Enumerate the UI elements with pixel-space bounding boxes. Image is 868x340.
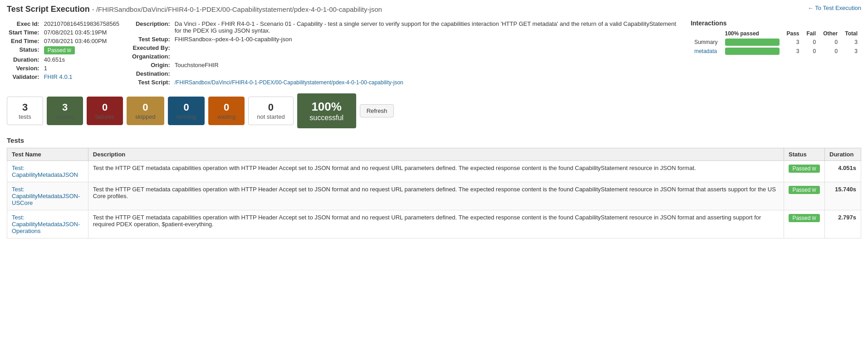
table-row: Test: CapabilityMetadataJSON-OperationsT… [7,210,861,238]
destination-row: Destination: [130,69,682,78]
failures-label: failures [95,113,114,120]
running-box: 0 running [168,97,205,125]
passes-label: passes [55,113,74,120]
test-status-badge: Passed [789,214,819,222]
top-section: Exec Id: 20210708164519836758565 Start T… [7,19,861,87]
tests-count-box: 3 tests [7,97,43,125]
interactions-col-pass: Pass [783,29,803,38]
interactions-row: metadata3003 [691,47,861,56]
test-status-cell: Passed [784,182,825,210]
end-time-row: End Time: 07/08/2021 03:46:00PM [7,37,121,45]
test-name-link[interactable]: Test: CapabilityMetadataJSON [12,165,83,178]
interactions-fail: 0 [803,38,820,47]
status-badge: Passed [44,46,75,54]
interactions-title: Interactions [691,19,861,27]
waiting-box: 0 waiting [208,97,245,125]
interactions-pass: 3 [783,47,803,56]
executed-by-row: Executed By: [130,44,682,52]
interactions-row-name: Summary [691,38,721,47]
test-description-cell: Test the HTTP GET metadata capabilities … [88,210,784,238]
passes-count: 3 [55,102,74,113]
interactions-fail: 0 [803,47,820,56]
interactions-total: 3 [841,38,861,47]
running-count: 0 [177,102,196,113]
interactions-panel: Interactions 100% passed Pass Fail Other… [691,19,861,87]
test-script-row: Test Script: /FHIRSandbox/DaVinci/FHIR4-… [130,78,682,87]
interactions-row: Summary3003 [691,38,861,47]
test-setup-row: Test Setup: FHIRSandbox--pdex-4-0-1-00-c… [130,35,682,44]
tests-section-title: Tests [7,136,861,144]
start-time-row: Start Time: 07/08/2021 03:45:19PM [7,28,121,37]
col-description: Description [88,148,784,161]
table-row: Test: CapabilityMetadataJSON-USCoreTest … [7,182,861,210]
organization-row: Organization: [130,52,682,61]
test-duration-cell: 4.051s [825,161,861,182]
interactions-total: 3 [841,47,861,56]
interactions-pass: 3 [783,38,803,47]
tests-header-row: Test Name Description Status Duration [7,148,861,161]
title-main: Test Script Execution [7,5,90,14]
col-duration: Duration [825,148,861,161]
not-started-count: 0 [257,102,284,113]
not-started-box: 0 not started [248,97,293,125]
page-header: Test Script Execution - /FHIRSandbox/DaV… [7,5,861,14]
refresh-button[interactable]: Refresh [360,104,394,117]
origin-row: Origin: TouchstoneFHIR [130,61,682,69]
interactions-col-other: Other [819,29,841,38]
interactions-col-pct: 100% passed [721,29,783,38]
success-box: 100% successful [297,93,356,128]
meta-center: Description: Da Vinci - PDex - FHIR R4-0… [130,19,682,87]
test-name-cell: Test: CapabilityMetadataJSON [7,161,88,182]
test-duration-cell: 2.797s [825,210,861,238]
test-status-badge: Passed [789,165,819,173]
skipped-box: 0 skipped [127,97,164,125]
test-name-cell: Test: CapabilityMetadataJSON-USCore [7,182,88,210]
interactions-row-link[interactable]: metadata [694,48,717,54]
validator-row: Validator: FHIR 4.0.1 [7,73,121,81]
validator-link[interactable]: FHIR 4.0.1 [44,73,73,80]
col-status: Status [784,148,825,161]
interactions-col-total: Total [841,29,861,38]
test-name-cell: Test: CapabilityMetadataJSON-Operations [7,210,88,238]
test-status-cell: Passed [784,210,825,238]
interactions-progress-cell [721,38,783,47]
failures-box: 0 failures [87,97,123,125]
interactions-col-name [691,29,721,38]
back-link[interactable]: ← To Test Execution [808,5,861,11]
skipped-label: skipped [135,113,156,120]
interactions-table: 100% passed Pass Fail Other Total Summar… [691,29,861,56]
tests-section: Tests Test Name Description Status Durat… [7,136,861,238]
waiting-label: waiting [217,113,236,120]
test-name-link[interactable]: Test: CapabilityMetadataJSON-USCore [12,186,83,206]
interactions-col-fail: Fail [803,29,820,38]
col-test-name: Test Name [7,148,88,161]
success-pct: 100% [306,100,347,114]
description-row: Description: Da Vinci - PDex - FHIR R4-0… [130,19,682,35]
duration-row: Duration: 40.651s [7,55,121,64]
test-description-cell: Test the HTTP GET metadata capabilities … [88,182,784,210]
stats-row: 3 tests 3 passes 0 failures 0 skipped 0 … [7,93,861,128]
table-row: Test: CapabilityMetadataJSONTest the HTT… [7,161,861,182]
test-description-cell: Test the HTTP GET metadata capabilities … [88,161,784,182]
page-title: Test Script Execution - /FHIRSandbox/DaV… [7,5,382,14]
test-script-link[interactable]: /FHIRSandbox/DaVinci/FHIR4-0-1-PDEX/00-C… [175,79,403,86]
success-label: successful [306,114,347,122]
test-name-link[interactable]: Test: CapabilityMetadataJSON-Operations [12,214,83,234]
test-status-badge: Passed [789,186,819,194]
test-duration-cell: 15.740s [825,182,861,210]
running-label: running [177,113,196,120]
test-status-cell: Passed [784,161,825,182]
title-path: - /FHIRSandbox/DaVinci/FHIR4-0-1-PDEX/00… [92,5,382,13]
interactions-other: 0 [819,38,841,47]
page-wrapper: Test Script Execution - /FHIRSandbox/DaV… [7,5,861,238]
skipped-count: 0 [135,102,156,113]
tests-table: Test Name Description Status Duration Te… [7,148,861,238]
tests-count: 3 [15,102,34,113]
waiting-count: 0 [217,102,236,113]
interactions-header-row: 100% passed Pass Fail Other Total [691,29,861,38]
interactions-progress-cell [721,47,783,56]
tests-label: tests [15,113,34,120]
meta-left: Exec Id: 20210708164519836758565 Start T… [7,19,121,87]
failures-count: 0 [95,102,114,113]
interactions-other: 0 [819,47,841,56]
